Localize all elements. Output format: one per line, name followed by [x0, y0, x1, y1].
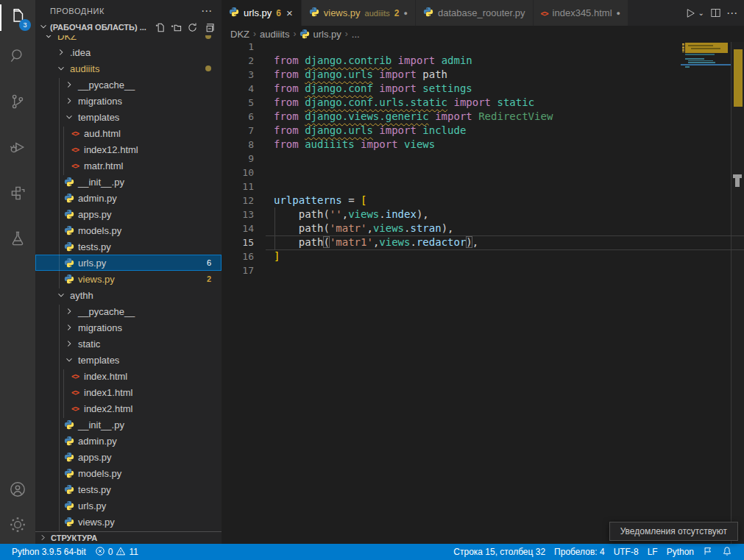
tree-item-urls.py[interactable]: urls.py — [35, 497, 222, 514]
tree-item-templates[interactable]: templates — [35, 352, 222, 368]
code-token — [429, 110, 435, 122]
code-line-2[interactable]: 2from django.contrib import admin — [222, 54, 744, 68]
activity-extensions-button[interactable] — [0, 177, 35, 212]
code-token: . — [379, 208, 385, 220]
tree-item-templates[interactable]: templates — [35, 109, 222, 125]
tree-item-tests.py[interactable]: tests.py — [35, 238, 222, 255]
tree-item-__init__.py[interactable]: __init__.py — [35, 174, 222, 190]
run-dropdown-chevron-icon[interactable]: ⌄ — [698, 9, 704, 17]
chevron-right-icon — [63, 95, 75, 107]
tree-item-audiiits[interactable]: audiiits — [35, 60, 222, 77]
breadcrumb-item-urls.py[interactable]: urls.py — [300, 29, 341, 40]
code-line-13[interactable]: 13 path('',views.index), — [222, 208, 744, 221]
collapse-all-icon[interactable] — [201, 21, 216, 33]
code-line-17[interactable]: 17 — [222, 263, 744, 277]
breadcrumb-item-...[interactable]: ... — [352, 29, 360, 40]
code-line-1[interactable]: 1 — [222, 42, 744, 54]
activity-explorer-button[interactable]: 3 — [0, 0, 35, 35]
status-item-4[interactable]: Python — [662, 544, 698, 560]
close-icon[interactable]: × — [286, 7, 294, 18]
chevron-down-icon — [63, 354, 75, 366]
tree-item-migrations[interactable]: migrations — [35, 319, 222, 336]
breadcrumb-separator: › — [345, 29, 348, 39]
code-line-14[interactable]: 14 path('matr',views.stran), — [222, 221, 744, 235]
tab-index345.html[interactable]: <>index345.html● — [534, 0, 628, 26]
code-line-9[interactable]: 9 — [222, 152, 744, 166]
code-text — [254, 42, 274, 54]
code-line-15[interactable]: 15 path('matr1',views.redactor), — [222, 235, 744, 249]
status-item-3[interactable]: LF — [643, 544, 662, 560]
tree-item-aythh[interactable]: aythh — [35, 287, 222, 303]
new-folder-icon[interactable] — [169, 21, 183, 33]
file-tree: DKZ.ideaaudiiits__pycache__migrationstem… — [35, 35, 222, 531]
minimap[interactable] — [681, 42, 731, 544]
tab-views.py[interactable]: views.pyaudiiits2● — [302, 0, 416, 26]
code-line-3[interactable]: 3from django.urls import path — [222, 68, 744, 82]
code-text: from django.contrib import admin — [254, 54, 472, 68]
refresh-icon[interactable] — [185, 21, 199, 33]
outline-section-header[interactable]: СТРУКТУРА — [35, 531, 222, 544]
tree-item-admin.py[interactable]: admin.py — [35, 190, 222, 206]
status-item-0[interactable]: Строка 15, столбец 32 — [449, 544, 550, 560]
overview-ruler-scrollbar[interactable] — [731, 42, 744, 544]
tree-item-migrations[interactable]: migrations — [35, 93, 222, 109]
code-line-11[interactable]: 11 — [222, 180, 744, 194]
python-interpreter-status[interactable]: Python 3.9.5 64-bit — [7, 544, 91, 560]
tree-item-tests.py[interactable]: tests.py — [35, 481, 222, 497]
tree-item-__pycache__[interactable]: __pycache__ — [35, 77, 222, 93]
modified-dot — [205, 35, 211, 39]
code-line-4[interactable]: 4from django.conf import settings — [222, 82, 744, 96]
tree-item-label: index2.html — [84, 403, 132, 414]
code-token: from — [274, 54, 299, 66]
activity-source-control-button[interactable] — [0, 85, 35, 121]
feedback-button[interactable] — [698, 544, 718, 560]
code-line-10[interactable]: 10 — [222, 166, 744, 180]
code-line-16[interactable]: 16] — [222, 249, 744, 263]
code-line-5[interactable]: 5from django.conf.urls.static import sta… — [222, 96, 744, 110]
new-file-icon[interactable] — [152, 21, 167, 33]
tree-item-admin.py[interactable]: admin.py — [35, 433, 222, 449]
breadcrumb-label: urls.py — [313, 29, 341, 40]
status-item-2[interactable]: UTF-8 — [609, 544, 643, 560]
code-line-6[interactable]: 6from django.views.generic import Redire… — [222, 110, 744, 124]
tree-item-models.py[interactable]: models.py — [35, 465, 222, 481]
code-text — [254, 152, 274, 166]
tree-item-static[interactable]: static — [35, 336, 222, 352]
tree-item-__init__.py[interactable]: __init__.py — [35, 417, 222, 433]
code-line-8[interactable]: 8from audiiits import views — [222, 138, 744, 152]
tree-item-.idea[interactable]: .idea — [35, 44, 222, 60]
code-editor[interactable]: 12from django.contrib import admin3from … — [222, 42, 744, 544]
problems-status[interactable]: 0 11 — [91, 544, 143, 560]
breadcrumb-item-audiiits[interactable]: audiiits — [260, 29, 289, 40]
tree-item-views.py[interactable]: views.py — [35, 514, 222, 530]
sidebar-more-actions-icon[interactable]: ⋯ — [201, 4, 213, 18]
activity-account-button[interactable] — [0, 473, 35, 508]
tree-item-urls.py[interactable]: urls.py6 — [35, 255, 222, 271]
tree-item-models.py[interactable]: models.py — [35, 222, 222, 238]
run-button[interactable] — [682, 5, 698, 21]
breadcrumb-item-DKZ[interactable]: DKZ — [230, 29, 249, 40]
code-line-12[interactable]: 12urlpatterns = [ — [222, 194, 744, 208]
activity-run-debug-button[interactable] — [0, 131, 35, 166]
split-editor-button[interactable] — [707, 5, 723, 21]
tree-item-DKZ[interactable]: DKZ — [35, 35, 222, 44]
workspace-section-header[interactable]: (РАБОЧАЯ ОБЛАСТЬ) ... — [35, 19, 222, 35]
status-item-1[interactable]: Пробелов: 4 — [550, 544, 609, 560]
tree-item-apps.py[interactable]: apps.py — [35, 449, 222, 465]
activity-search-button[interactable] — [0, 40, 35, 75]
tab-urls.py[interactable]: urls.py6× — [222, 0, 302, 26]
tree-item-apps.py[interactable]: apps.py — [35, 206, 222, 222]
tab-database_roouter.py[interactable]: database_roouter.py — [416, 0, 534, 26]
tree-item-label: admin.py — [78, 436, 117, 447]
editor-more-actions-icon[interactable]: ⋯ — [726, 7, 738, 20]
tree-item-views.py[interactable]: views.py2 — [35, 271, 222, 287]
tree-item-__pycache__[interactable]: __pycache__ — [35, 303, 222, 319]
notifications-bell-button[interactable] — [718, 544, 737, 560]
code-text: from django.views.generic import Redirec… — [254, 110, 553, 124]
code-line-7[interactable]: 7from django.urls import include — [222, 124, 744, 138]
code-token: audiiits — [305, 138, 354, 150]
code-token: import — [361, 138, 398, 150]
tree-item-label: DKZ — [57, 35, 77, 42]
activity-testing-button[interactable] — [0, 222, 35, 258]
activity-settings-button[interactable] — [0, 508, 35, 544]
